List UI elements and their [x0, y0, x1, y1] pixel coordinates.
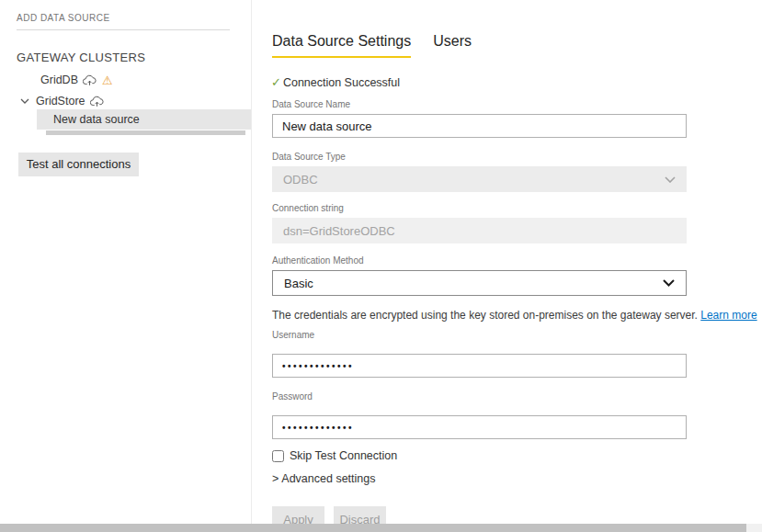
main-panel: Data Source Settings Users ✓ Connection …	[251, 0, 762, 532]
learn-more-link[interactable]: Learn more	[700, 309, 756, 322]
tree-item-label: GridStore	[36, 95, 85, 108]
username-label: Username	[272, 330, 314, 340]
page-horizontal-scrollbar-thumb[interactable]	[0, 524, 746, 532]
sidebar-horizontal-scrollbar-thumb[interactable]	[46, 130, 245, 135]
chevron-down-icon	[663, 279, 675, 287]
tree-item-label: GridDB	[40, 74, 78, 86]
sidebar: ADD DATA SOURCE GATEWAY CLUSTERS GridDB …	[0, 0, 251, 532]
add-data-source-heading: ADD DATA SOURCE	[17, 13, 110, 23]
data-source-type-value: ODBC	[283, 173, 318, 187]
tab-data-source-settings[interactable]: Data Source Settings	[272, 33, 411, 58]
data-source-name-input[interactable]	[272, 114, 687, 138]
warning-icon: ⚠	[102, 74, 113, 86]
sidebar-divider	[17, 29, 230, 30]
username-input[interactable]	[272, 354, 687, 378]
connection-string-value: dsn=GridStoreODBC	[283, 224, 395, 238]
skip-test-connection-row: Skip Test Connection	[272, 449, 397, 462]
chevron-down-icon[interactable]	[18, 98, 31, 104]
credentials-note-text: The credentials are encrypted using the …	[272, 309, 698, 322]
chevron-down-icon	[665, 176, 676, 183]
tree-item-new-data-source[interactable]: New data source	[37, 109, 251, 130]
data-source-name-label: Data Source Name	[272, 99, 350, 109]
skip-test-connection-label: Skip Test Connection	[290, 449, 397, 462]
connection-string-input: dsn=GridStoreODBC	[272, 218, 687, 243]
connection-string-label: Connection string	[272, 203, 344, 213]
page-horizontal-scrollbar	[0, 524, 762, 532]
test-all-connections-button[interactable]: Test all connections	[18, 153, 139, 176]
gateway-clusters-heading: GATEWAY CLUSTERS	[17, 51, 145, 64]
authentication-method-label: Authentication Method	[272, 255, 364, 266]
check-icon: ✓	[271, 75, 281, 89]
data-source-type-select: ODBC	[272, 166, 687, 192]
password-label: Password	[272, 391, 313, 402]
gateway-cloud-icon	[90, 96, 105, 108]
advanced-settings-label: Advanced settings	[281, 472, 375, 485]
tree-item-label: New data source	[53, 113, 140, 126]
tab-users[interactable]: Users	[433, 33, 472, 58]
authentication-method-value: Basic	[284, 277, 313, 290]
chevron-right-icon: >	[272, 472, 279, 485]
skip-test-connection-checkbox[interactable]	[272, 450, 284, 462]
connection-status: ✓ Connection Successful	[271, 75, 400, 89]
credentials-note: The credentials are encrypted using the …	[272, 309, 757, 322]
data-source-type-label: Data Source Type	[272, 152, 346, 162]
advanced-settings-toggle[interactable]: > Advanced settings	[272, 472, 375, 485]
gateway-cloud-icon	[83, 74, 97, 86]
password-input[interactable]	[272, 415, 687, 439]
tree-item-gridstore[interactable]: GridStore	[18, 93, 105, 109]
tab-bar: Data Source Settings Users	[272, 33, 472, 58]
authentication-method-select[interactable]: Basic	[272, 270, 687, 296]
connection-status-text: Connection Successful	[283, 76, 400, 89]
tree-item-griddb[interactable]: GridDB ⚠	[40, 72, 113, 88]
